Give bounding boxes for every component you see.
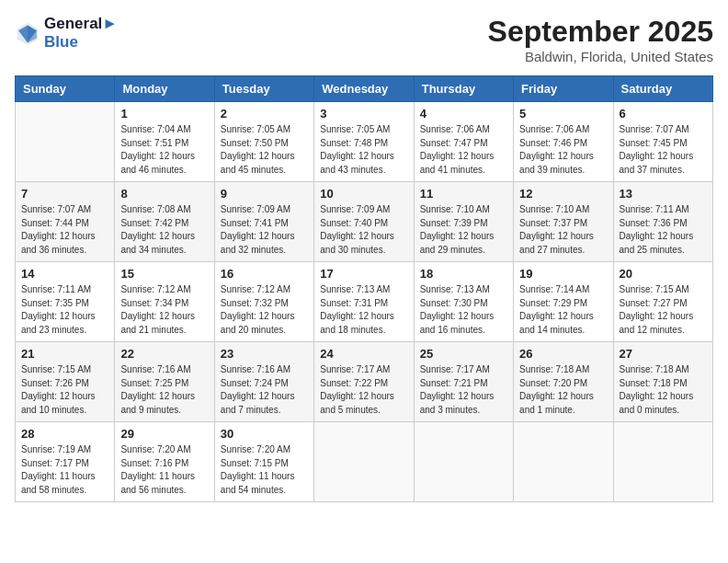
day-number: 2 [221,107,308,121]
day-info: Sunrise: 7:10 AMSunset: 7:39 PMDaylight:… [420,203,507,257]
day-number: 30 [221,427,308,441]
calendar-cell [314,422,414,502]
day-number: 12 [519,187,607,201]
calendar-cell: 15Sunrise: 7:12 AMSunset: 7:34 PMDayligh… [115,262,214,342]
calendar-cell: 26Sunrise: 7:18 AMSunset: 7:20 PMDayligh… [514,342,613,422]
day-info: Sunrise: 7:15 AMSunset: 7:27 PMDaylight:… [620,283,707,337]
day-info: Sunrise: 7:20 AMSunset: 7:15 PMDaylight:… [221,443,308,497]
calendar-cell: 11Sunrise: 7:10 AMSunset: 7:39 PMDayligh… [414,182,513,262]
day-info: Sunrise: 7:18 AMSunset: 7:18 PMDaylight:… [620,363,707,417]
day-info: Sunrise: 7:08 AMSunset: 7:42 PMDaylight:… [120,203,208,257]
day-info: Sunrise: 7:18 AMSunset: 7:20 PMDaylight:… [519,363,607,417]
calendar-cell [414,422,513,502]
day-number: 1 [120,107,208,121]
day-info: Sunrise: 7:07 AMSunset: 7:45 PMDaylight:… [620,123,707,177]
day-info: Sunrise: 7:15 AMSunset: 7:26 PMDaylight:… [21,363,108,417]
day-info: Sunrise: 7:12 AMSunset: 7:32 PMDaylight:… [221,283,308,337]
day-number: 19 [519,267,607,281]
calendar-cell: 8Sunrise: 7:08 AMSunset: 7:42 PMDaylight… [115,182,214,262]
calendar-cell: 9Sunrise: 7:09 AMSunset: 7:41 PMDaylight… [214,182,313,262]
day-info: Sunrise: 7:11 AMSunset: 7:36 PMDaylight:… [620,203,707,257]
logo: General► Blue [15,15,118,52]
calendar-cell [16,102,115,182]
day-info: Sunrise: 7:17 AMSunset: 7:22 PMDaylight:… [320,363,407,417]
header-sunday: Sunday [16,76,115,102]
day-number: 28 [21,427,108,441]
header-friday: Friday [514,76,613,102]
day-number: 9 [221,187,308,201]
day-number: 25 [420,347,507,361]
day-info: Sunrise: 7:13 AMSunset: 7:31 PMDaylight:… [320,283,407,337]
day-number: 16 [221,267,308,281]
calendar-cell: 28Sunrise: 7:19 AMSunset: 7:17 PMDayligh… [16,422,115,502]
day-number: 7 [21,187,108,201]
calendar-week-row: 21Sunrise: 7:15 AMSunset: 7:26 PMDayligh… [16,342,713,422]
calendar-cell: 18Sunrise: 7:13 AMSunset: 7:30 PMDayligh… [414,262,513,342]
calendar-cell: 1Sunrise: 7:04 AMSunset: 7:51 PMDaylight… [115,102,214,182]
day-info: Sunrise: 7:16 AMSunset: 7:24 PMDaylight:… [221,363,308,417]
day-number: 22 [120,347,208,361]
calendar-cell: 25Sunrise: 7:17 AMSunset: 7:21 PMDayligh… [414,342,513,422]
day-info: Sunrise: 7:07 AMSunset: 7:44 PMDaylight:… [21,203,108,257]
calendar-cell: 19Sunrise: 7:14 AMSunset: 7:29 PMDayligh… [514,262,613,342]
day-info: Sunrise: 7:12 AMSunset: 7:34 PMDaylight:… [120,283,208,337]
header-monday: Monday [115,76,214,102]
calendar-cell: 10Sunrise: 7:09 AMSunset: 7:40 PMDayligh… [314,182,414,262]
day-info: Sunrise: 7:17 AMSunset: 7:21 PMDaylight:… [420,363,507,417]
day-info: Sunrise: 7:04 AMSunset: 7:51 PMDaylight:… [120,123,208,177]
calendar-cell: 24Sunrise: 7:17 AMSunset: 7:22 PMDayligh… [314,342,414,422]
calendar-cell: 22Sunrise: 7:16 AMSunset: 7:25 PMDayligh… [115,342,214,422]
location-subtitle: Baldwin, Florida, United States [488,49,713,64]
day-number: 15 [120,267,208,281]
header-thursday: Thursday [414,76,513,102]
calendar-week-row: 1Sunrise: 7:04 AMSunset: 7:51 PMDaylight… [16,102,713,182]
day-info: Sunrise: 7:20 AMSunset: 7:16 PMDaylight:… [120,443,208,497]
day-number: 24 [320,347,407,361]
calendar-week-row: 14Sunrise: 7:11 AMSunset: 7:35 PMDayligh… [16,262,713,342]
calendar-week-row: 28Sunrise: 7:19 AMSunset: 7:17 PMDayligh… [16,422,713,502]
calendar-cell: 20Sunrise: 7:15 AMSunset: 7:27 PMDayligh… [613,262,712,342]
header-tuesday: Tuesday [214,76,313,102]
day-info: Sunrise: 7:09 AMSunset: 7:41 PMDaylight:… [221,203,308,257]
calendar-cell [613,422,712,502]
day-number: 17 [320,267,407,281]
day-info: Sunrise: 7:13 AMSunset: 7:30 PMDaylight:… [420,283,507,337]
day-info: Sunrise: 7:05 AMSunset: 7:48 PMDaylight:… [320,123,407,177]
month-title: September 2025 [488,15,713,49]
calendar-cell: 21Sunrise: 7:15 AMSunset: 7:26 PMDayligh… [16,342,115,422]
calendar-cell: 17Sunrise: 7:13 AMSunset: 7:31 PMDayligh… [314,262,414,342]
day-number: 26 [519,347,607,361]
calendar-cell: 5Sunrise: 7:06 AMSunset: 7:46 PMDaylight… [514,102,613,182]
calendar-cell: 4Sunrise: 7:06 AMSunset: 7:47 PMDaylight… [414,102,513,182]
day-number: 4 [420,107,507,121]
calendar-table: SundayMondayTuesdayWednesdayThursdayFrid… [15,75,713,502]
day-info: Sunrise: 7:06 AMSunset: 7:47 PMDaylight:… [420,123,507,177]
day-number: 5 [519,107,607,121]
calendar-cell [514,422,613,502]
day-info: Sunrise: 7:05 AMSunset: 7:50 PMDaylight:… [221,123,308,177]
calendar-cell: 23Sunrise: 7:16 AMSunset: 7:24 PMDayligh… [214,342,313,422]
calendar-cell: 29Sunrise: 7:20 AMSunset: 7:16 PMDayligh… [115,422,214,502]
calendar-cell: 3Sunrise: 7:05 AMSunset: 7:48 PMDaylight… [314,102,414,182]
calendar-cell: 30Sunrise: 7:20 AMSunset: 7:15 PMDayligh… [214,422,313,502]
header-saturday: Saturday [613,76,712,102]
calendar-body: 1Sunrise: 7:04 AMSunset: 7:51 PMDaylight… [16,102,713,502]
calendar-cell: 2Sunrise: 7:05 AMSunset: 7:50 PMDaylight… [214,102,313,182]
day-info: Sunrise: 7:19 AMSunset: 7:17 PMDaylight:… [21,443,108,497]
title-block: September 2025 Baldwin, Florida, United … [488,15,713,64]
calendar-cell: 14Sunrise: 7:11 AMSunset: 7:35 PMDayligh… [16,262,115,342]
day-number: 6 [620,107,707,121]
calendar-cell: 13Sunrise: 7:11 AMSunset: 7:36 PMDayligh… [613,182,712,262]
day-number: 27 [620,347,707,361]
page-header: General► Blue September 2025 Baldwin, Fl… [15,15,713,64]
day-info: Sunrise: 7:09 AMSunset: 7:40 PMDaylight:… [320,203,407,257]
day-info: Sunrise: 7:16 AMSunset: 7:25 PMDaylight:… [120,363,208,417]
day-number: 23 [221,347,308,361]
calendar-cell: 16Sunrise: 7:12 AMSunset: 7:32 PMDayligh… [214,262,313,342]
day-number: 18 [420,267,507,281]
calendar-cell: 27Sunrise: 7:18 AMSunset: 7:18 PMDayligh… [613,342,712,422]
day-number: 14 [21,267,108,281]
day-number: 20 [620,267,707,281]
calendar-cell: 7Sunrise: 7:07 AMSunset: 7:44 PMDaylight… [16,182,115,262]
day-number: 8 [120,187,208,201]
